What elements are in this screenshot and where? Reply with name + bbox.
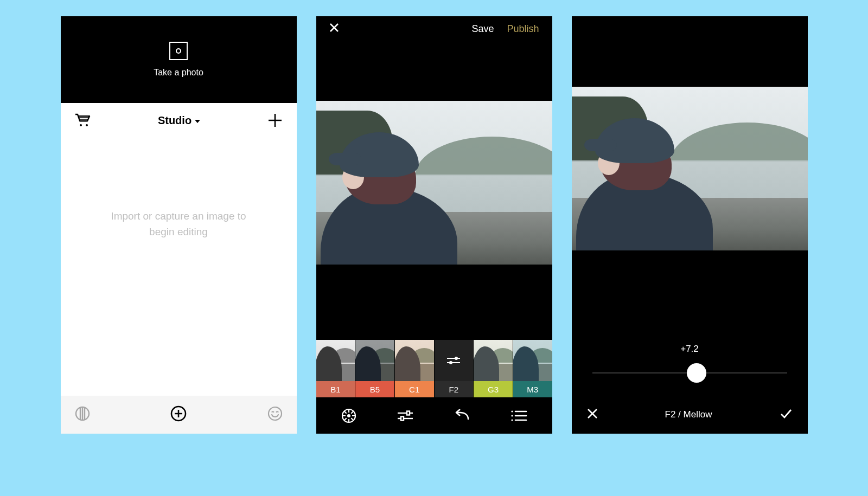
publish-button[interactable]: Publish <box>507 23 539 35</box>
svg-point-13 <box>511 419 513 421</box>
save-button[interactable]: Save <box>471 23 494 35</box>
camera-icon <box>169 42 188 60</box>
filter-label: B5 <box>355 381 394 397</box>
add-circle-icon[interactable] <box>170 405 187 424</box>
studio-body: Studio Import or capture an image to beg… <box>61 103 297 396</box>
svg-point-6 <box>450 362 452 364</box>
editor-toolbar <box>316 397 552 434</box>
studio-screen: Take a photo Studio <box>61 16 297 434</box>
camera-header[interactable]: Take a photo <box>61 16 297 103</box>
contrast-icon[interactable] <box>75 406 90 423</box>
filter-strength-slider[interactable] <box>592 362 787 384</box>
photo-preview[interactable] <box>572 87 808 250</box>
svg-point-4 <box>269 407 282 420</box>
svg-point-8 <box>347 414 350 417</box>
slider-bottombar: F2 / Mellow <box>572 396 808 434</box>
cancel-button[interactable] <box>587 408 598 422</box>
svg-point-11 <box>511 410 513 412</box>
svg-point-12 <box>511 415 513 416</box>
filter-g3[interactable]: G3 <box>474 340 513 397</box>
svg-point-0 <box>80 124 82 126</box>
plus-icon[interactable] <box>267 113 283 128</box>
photo-preview-area: +7.2 <box>572 16 808 396</box>
filter-label: F2 <box>435 381 474 397</box>
svg-point-1 <box>86 124 88 126</box>
sliders-icon <box>435 340 474 381</box>
sliders-icon[interactable] <box>396 409 414 422</box>
slider-thumb[interactable] <box>687 363 706 383</box>
chevron-down-icon <box>195 120 200 123</box>
presets-icon[interactable] <box>341 408 357 424</box>
filter-label: M3 <box>513 381 552 397</box>
filter-f2[interactable]: F2 <box>435 340 474 397</box>
undo-icon[interactable] <box>454 409 471 422</box>
filter-b1[interactable]: B1 <box>316 340 355 397</box>
smile-icon[interactable] <box>267 406 283 423</box>
svg-rect-9 <box>407 411 410 415</box>
filter-label: B1 <box>316 381 355 397</box>
photo-preview[interactable] <box>316 101 552 265</box>
take-photo-label: Take a photo <box>154 68 203 78</box>
studio-placeholder: Import or capture an image to begin edit… <box>108 208 249 240</box>
filter-c1[interactable]: C1 <box>395 340 434 397</box>
editor-screen: Save Publish <box>316 16 552 434</box>
studio-title: Studio <box>158 114 192 127</box>
svg-rect-10 <box>401 416 404 420</box>
confirm-button[interactable] <box>780 408 793 422</box>
studio-topbar: Studio <box>61 103 297 138</box>
svg-point-5 <box>455 357 457 359</box>
filter-m3[interactable]: M3 <box>513 340 552 397</box>
editor-topbar: Save Publish <box>316 16 552 41</box>
filter-name-label: F2 / Mellow <box>598 409 780 420</box>
studio-dropdown[interactable]: Studio <box>158 114 200 127</box>
list-icon[interactable] <box>510 410 527 422</box>
filter-b5[interactable]: B5 <box>355 340 394 397</box>
filter-label: C1 <box>395 381 434 397</box>
slider-value: +7.2 <box>572 344 808 355</box>
studio-bottombar <box>61 396 297 434</box>
filter-label: G3 <box>474 381 513 397</box>
slider-screen: +7.2 F2 / Mellow <box>572 16 808 434</box>
filter-strip: B1 B5 C1 <box>316 340 552 397</box>
close-button[interactable] <box>329 23 339 35</box>
cart-icon[interactable] <box>75 113 91 127</box>
photo-preview-area <box>316 41 552 340</box>
